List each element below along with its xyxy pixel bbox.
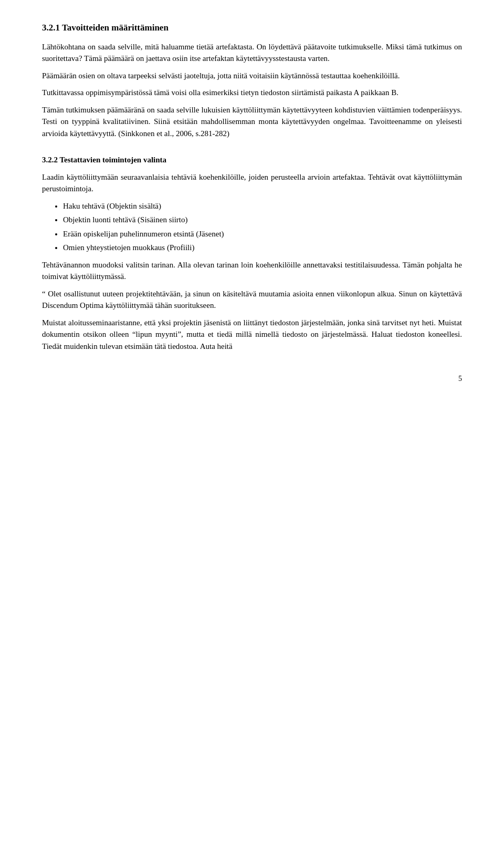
subsection-intro: Laadin käyttöliittymään seuraavanlaisia … <box>42 171 462 195</box>
section-title: 3.2.1 Tavoitteiden määrittäminen <box>42 21 462 35</box>
quote-paragraph-1: “ Olet osallistunut uuteen projektitehtä… <box>42 288 462 312</box>
page-number: 5 <box>42 373 462 384</box>
paragraph-1: Lähtökohtana on saada selville, mitä hal… <box>42 41 462 65</box>
paragraph-3: Tutkittavassa oppimisympäristössä tämä v… <box>42 87 462 99</box>
paragraph-2: Päämäärän osien on oltava tarpeeksi selv… <box>42 70 462 82</box>
list-item: Omien yhteystietojen muokkaus (Profiili) <box>63 242 462 254</box>
task-list: Haku tehtävä (Objektin sisältä) Objektin… <box>63 200 462 254</box>
subsection-title: 3.2.2 Testattavien toimintojen valinta <box>42 154 462 166</box>
quote-paragraph-2: Muistat aloitusseminaaristanne, että yks… <box>42 317 462 353</box>
list-item: Objektin luonti tehtävä (Sisäinen siirto… <box>63 214 462 226</box>
list-item: Erään opiskelijan puhelinnumeron etsintä… <box>63 228 462 240</box>
list-item: Haku tehtävä (Objektin sisältä) <box>63 200 462 212</box>
page-content: 3.2.1 Tavoitteiden määrittäminen Lähtöko… <box>42 21 462 384</box>
paragraph-4: Tämän tutkimuksen päämääränä on saada se… <box>42 104 462 140</box>
after-list-paragraph-1: Tehtävänannon muodoksi valitsin tarinan.… <box>42 259 462 283</box>
